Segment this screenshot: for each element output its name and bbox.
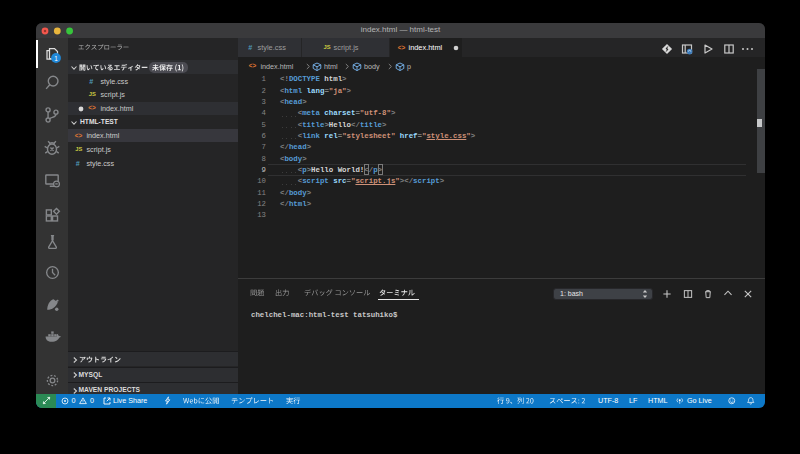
svg-text:1: 1 xyxy=(55,55,59,62)
